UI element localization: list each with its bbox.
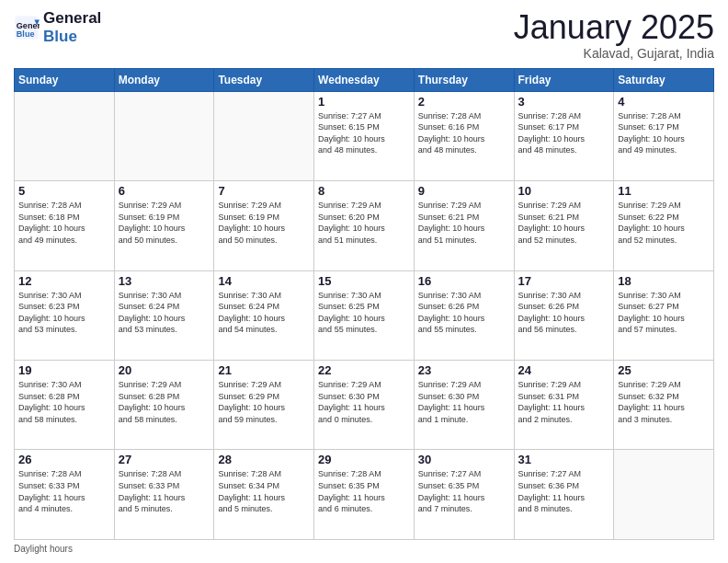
- calendar-week-4: 19Sunrise: 7:30 AM Sunset: 6:28 PM Dayli…: [15, 361, 714, 450]
- page: General Blue General Blue January 2025 K…: [0, 0, 728, 563]
- day-info: Sunrise: 7:30 AM Sunset: 6:27 PM Dayligh…: [618, 290, 710, 336]
- calendar-cell: 11Sunrise: 7:29 AM Sunset: 6:22 PM Dayli…: [614, 181, 714, 270]
- day-info: Sunrise: 7:30 AM Sunset: 6:24 PM Dayligh…: [218, 290, 310, 336]
- col-saturday: Saturday: [614, 68, 714, 91]
- calendar-cell: 24Sunrise: 7:29 AM Sunset: 6:31 PM Dayli…: [514, 361, 614, 450]
- day-info: Sunrise: 7:27 AM Sunset: 6:35 PM Dayligh…: [418, 468, 510, 514]
- day-info: Sunrise: 7:28 AM Sunset: 6:17 PM Dayligh…: [518, 110, 610, 156]
- col-friday: Friday: [514, 68, 614, 91]
- day-info: Sunrise: 7:30 AM Sunset: 6:25 PM Dayligh…: [318, 290, 410, 336]
- day-info: Sunrise: 7:29 AM Sunset: 6:31 PM Dayligh…: [518, 379, 610, 425]
- calendar-cell: 8Sunrise: 7:29 AM Sunset: 6:20 PM Daylig…: [314, 181, 415, 270]
- calendar-cell: 1Sunrise: 7:27 AM Sunset: 6:15 PM Daylig…: [314, 91, 415, 180]
- calendar-cell: 3Sunrise: 7:28 AM Sunset: 6:17 PM Daylig…: [514, 91, 614, 180]
- day-info: Sunrise: 7:29 AM Sunset: 6:19 PM Dayligh…: [119, 200, 210, 246]
- calendar-cell: [15, 91, 115, 180]
- calendar-cell: 16Sunrise: 7:30 AM Sunset: 6:26 PM Dayli…: [414, 270, 514, 360]
- day-info: Sunrise: 7:30 AM Sunset: 6:26 PM Dayligh…: [418, 290, 510, 336]
- day-number: 14: [218, 274, 310, 288]
- day-info: Sunrise: 7:29 AM Sunset: 6:21 PM Dayligh…: [418, 200, 510, 246]
- calendar-cell: 20Sunrise: 7:29 AM Sunset: 6:28 PM Dayli…: [114, 361, 214, 450]
- calendar-table: Sunday Monday Tuesday Wednesday Thursday…: [14, 68, 714, 540]
- day-info: Sunrise: 7:27 AM Sunset: 6:36 PM Dayligh…: [518, 468, 610, 514]
- day-number: 21: [218, 363, 310, 377]
- day-info: Sunrise: 7:29 AM Sunset: 6:20 PM Dayligh…: [318, 200, 410, 246]
- day-number: 18: [618, 274, 710, 288]
- calendar-cell: 2Sunrise: 7:28 AM Sunset: 6:16 PM Daylig…: [414, 91, 514, 180]
- day-number: 29: [318, 453, 410, 466]
- calendar-week-1: 1Sunrise: 7:27 AM Sunset: 6:15 PM Daylig…: [15, 91, 714, 180]
- day-info: Sunrise: 7:28 AM Sunset: 6:16 PM Dayligh…: [418, 110, 510, 156]
- logo-blue: Blue: [43, 28, 101, 46]
- calendar-cell: 26Sunrise: 7:28 AM Sunset: 6:33 PM Dayli…: [15, 450, 115, 540]
- col-wednesday: Wednesday: [314, 68, 415, 91]
- calendar-cell: 7Sunrise: 7:29 AM Sunset: 6:19 PM Daylig…: [214, 181, 314, 270]
- day-info: Sunrise: 7:28 AM Sunset: 6:33 PM Dayligh…: [18, 468, 110, 514]
- day-number: 10: [518, 184, 610, 198]
- day-number: 20: [119, 363, 210, 377]
- logo: General Blue General Blue: [14, 9, 101, 47]
- logo-icon: General Blue: [14, 15, 40, 40]
- day-number: 23: [418, 363, 510, 377]
- calendar-cell: 23Sunrise: 7:29 AM Sunset: 6:30 PM Dayli…: [414, 361, 514, 450]
- day-info: Sunrise: 7:28 AM Sunset: 6:34 PM Dayligh…: [218, 468, 310, 514]
- calendar-cell: 21Sunrise: 7:29 AM Sunset: 6:29 PM Dayli…: [214, 361, 314, 450]
- day-info: Sunrise: 7:28 AM Sunset: 6:18 PM Dayligh…: [18, 200, 110, 246]
- day-number: 2: [418, 95, 510, 109]
- day-number: 8: [318, 184, 410, 198]
- day-info: Sunrise: 7:29 AM Sunset: 6:32 PM Dayligh…: [618, 379, 710, 425]
- day-number: 13: [119, 274, 210, 288]
- day-info: Sunrise: 7:29 AM Sunset: 6:28 PM Dayligh…: [119, 379, 210, 425]
- title-block: January 2025 Kalavad, Gujarat, India: [514, 9, 714, 61]
- logo-general: General: [43, 9, 101, 28]
- day-number: 17: [518, 274, 610, 288]
- day-number: 22: [318, 363, 410, 377]
- col-thursday: Thursday: [414, 68, 514, 91]
- day-number: 30: [418, 453, 510, 466]
- day-number: 12: [18, 274, 110, 288]
- calendar-cell: 30Sunrise: 7:27 AM Sunset: 6:35 PM Dayli…: [414, 450, 514, 540]
- day-number: 3: [518, 95, 610, 109]
- calendar-week-2: 5Sunrise: 7:28 AM Sunset: 6:18 PM Daylig…: [15, 181, 714, 270]
- day-info: Sunrise: 7:29 AM Sunset: 6:19 PM Dayligh…: [218, 200, 310, 246]
- day-number: 26: [18, 453, 110, 466]
- calendar-cell: 27Sunrise: 7:28 AM Sunset: 6:33 PM Dayli…: [114, 450, 214, 540]
- calendar-cell: 22Sunrise: 7:29 AM Sunset: 6:30 PM Dayli…: [314, 361, 415, 450]
- day-number: 9: [418, 184, 510, 198]
- day-number: 31: [518, 453, 610, 466]
- calendar-cell: 19Sunrise: 7:30 AM Sunset: 6:28 PM Dayli…: [15, 361, 115, 450]
- day-number: 27: [119, 453, 210, 466]
- day-info: Sunrise: 7:29 AM Sunset: 6:22 PM Dayligh…: [618, 200, 710, 246]
- month-title: January 2025: [514, 9, 714, 46]
- calendar-cell: 12Sunrise: 7:30 AM Sunset: 6:23 PM Dayli…: [15, 270, 115, 360]
- day-number: 25: [618, 363, 710, 377]
- calendar-cell: 10Sunrise: 7:29 AM Sunset: 6:21 PM Dayli…: [514, 181, 614, 270]
- calendar-cell: 15Sunrise: 7:30 AM Sunset: 6:25 PM Dayli…: [314, 270, 415, 360]
- day-info: Sunrise: 7:29 AM Sunset: 6:30 PM Dayligh…: [318, 379, 410, 425]
- day-number: 4: [618, 95, 710, 109]
- day-info: Sunrise: 7:28 AM Sunset: 6:17 PM Dayligh…: [618, 110, 710, 156]
- footer-note: Daylight hours: [14, 544, 714, 554]
- day-number: 11: [618, 184, 710, 198]
- col-tuesday: Tuesday: [214, 68, 314, 91]
- calendar-cell: 4Sunrise: 7:28 AM Sunset: 6:17 PM Daylig…: [614, 91, 714, 180]
- calendar-cell: 28Sunrise: 7:28 AM Sunset: 6:34 PM Dayli…: [214, 450, 314, 540]
- day-number: 7: [218, 184, 310, 198]
- day-info: Sunrise: 7:28 AM Sunset: 6:35 PM Dayligh…: [318, 468, 410, 514]
- calendar-cell: 9Sunrise: 7:29 AM Sunset: 6:21 PM Daylig…: [414, 181, 514, 270]
- calendar-cell: 13Sunrise: 7:30 AM Sunset: 6:24 PM Dayli…: [114, 270, 214, 360]
- day-number: 19: [18, 363, 110, 377]
- calendar-week-3: 12Sunrise: 7:30 AM Sunset: 6:23 PM Dayli…: [15, 270, 714, 360]
- day-number: 6: [119, 184, 210, 198]
- day-info: Sunrise: 7:30 AM Sunset: 6:24 PM Dayligh…: [119, 290, 210, 336]
- day-number: 28: [218, 453, 310, 466]
- day-number: 24: [518, 363, 610, 377]
- calendar-week-5: 26Sunrise: 7:28 AM Sunset: 6:33 PM Dayli…: [15, 450, 714, 540]
- calendar-cell: 6Sunrise: 7:29 AM Sunset: 6:19 PM Daylig…: [114, 181, 214, 270]
- day-info: Sunrise: 7:30 AM Sunset: 6:23 PM Dayligh…: [18, 290, 110, 336]
- day-info: Sunrise: 7:30 AM Sunset: 6:28 PM Dayligh…: [18, 379, 110, 425]
- day-number: 16: [418, 274, 510, 288]
- header: General Blue General Blue January 2025 K…: [14, 9, 714, 61]
- calendar-cell: 25Sunrise: 7:29 AM Sunset: 6:32 PM Dayli…: [614, 361, 714, 450]
- calendar-cell: 14Sunrise: 7:30 AM Sunset: 6:24 PM Dayli…: [214, 270, 314, 360]
